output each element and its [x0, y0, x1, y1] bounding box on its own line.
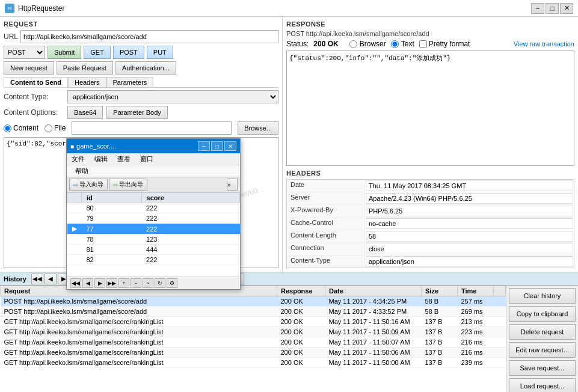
popup-menu-help[interactable]: 帮助 [70, 166, 93, 176]
text-radio-label[interactable]: Text [391, 40, 414, 48]
copy-clipboard-button[interactable]: Copy to clipboard [509, 306, 576, 322]
new-request-button[interactable]: New request [4, 61, 54, 75]
popup-table-row[interactable]: ▶ 77 222 [67, 224, 240, 234]
text-radio[interactable] [391, 40, 399, 48]
edit-raw-button[interactable]: Edit raw request... [509, 342, 576, 358]
popup-col-score: score [141, 193, 239, 203]
popup-nav-delete[interactable]: − [131, 278, 141, 288]
popup-maximize-button[interactable]: □ [211, 141, 223, 151]
history-cell-arrow [494, 307, 506, 317]
pretty-format-checkbox[interactable] [419, 40, 427, 48]
popup-table-container[interactable]: id score 80 222 79 222 ▶ 77 222 78 123 8… [67, 192, 240, 277]
popup-table-row[interactable]: 80 222 [67, 203, 240, 213]
clear-history-button[interactable]: Clear history [509, 288, 576, 304]
export-wizard-button[interactable]: ⇨ 导出向导 [109, 179, 147, 191]
method-dropdown[interactable]: POSTGETPUTDELETE [4, 46, 45, 59]
file-radio[interactable] [45, 124, 52, 132]
header-value-connection[interactable] [366, 243, 573, 254]
minimize-button[interactable]: − [531, 3, 544, 14]
content-radio[interactable] [4, 124, 11, 132]
popup-nav-refresh[interactable]: ↻ [155, 278, 165, 288]
header-value-server[interactable] [366, 193, 573, 204]
popup-table-row[interactable]: 81 444 [67, 245, 240, 255]
submit-button[interactable]: Submit [48, 46, 81, 59]
paste-request-button[interactable]: Paste Request [57, 61, 113, 75]
browser-radio-label[interactable]: Browser [349, 40, 386, 48]
popup-close-button[interactable]: ✕ [224, 141, 236, 151]
delete-request-button[interactable]: Delete request [509, 324, 576, 340]
file-path-input[interactable] [72, 121, 232, 135]
headers-section-label: Headers [286, 170, 574, 177]
get-button[interactable]: GET [84, 46, 111, 59]
url-label: URL [4, 32, 18, 41]
view-raw-link[interactable]: View raw transaction [514, 40, 574, 47]
tab-content-to-send[interactable]: Content to Send [4, 77, 68, 87]
history-right-buttons: Clear history Copy to clipboard Delete r… [506, 286, 578, 392]
popup-menu-file[interactable]: 文件 [67, 153, 90, 165]
put-button[interactable]: PUT [147, 46, 173, 59]
header-value-cache-control[interactable] [366, 218, 573, 229]
history-table-row[interactable]: POST http://api.ikeeko.lsm/smallgame/sco… [1, 307, 506, 317]
browser-radio[interactable] [349, 40, 357, 48]
history-table-row[interactable]: POST http://api.ikeeko.lsm/smallgame/sco… [1, 296, 506, 307]
popup-footer: ◀◀ ◀ ▶ ▶▶ + − ~ ↻ ⚙ [67, 277, 240, 289]
popup-nav-next[interactable]: ▶ [94, 278, 105, 288]
parameter-body-button[interactable]: Parameter Body [106, 106, 167, 119]
app-icon: H [5, 4, 14, 13]
tab-headers[interactable]: Headers [68, 77, 106, 87]
popup-nav-edit[interactable]: ~ [143, 278, 153, 288]
save-request-button[interactable]: Save request... [509, 360, 576, 376]
file-radio-label[interactable]: File [45, 124, 66, 132]
history-cell-request: GET http://api.ikeeko.lsm/smallgame/scor… [1, 358, 277, 368]
authentication-button[interactable]: Authentication... [115, 61, 176, 75]
load-request-button[interactable]: Load request... [509, 378, 576, 392]
popup-cell-score: 222 [141, 255, 239, 265]
header-value-content-length[interactable] [366, 231, 573, 242]
popup-minimize-button[interactable]: − [198, 141, 210, 151]
history-table-row[interactable]: GET http://api.ikeeko.lsm/smallgame/scor… [1, 358, 506, 368]
history-cell-time: 216 ms [458, 337, 494, 348]
history-table-row[interactable]: GET http://api.ikeeko.lsm/smallgame/scor… [1, 327, 506, 337]
popup-table-row[interactable]: 82 222 [67, 255, 240, 265]
popup-nav-prev[interactable]: ◀ [82, 278, 93, 288]
popup-cell-score: 222 [141, 203, 239, 213]
header-value-content-type[interactable] [366, 256, 573, 267]
close-button[interactable]: ✕ [560, 3, 573, 14]
popup-nav-add[interactable]: + [118, 278, 129, 288]
browse-button[interactable]: Browse... [238, 121, 278, 135]
popup-table-row[interactable]: 78 123 [67, 234, 240, 245]
base64-button[interactable]: Base64 [67, 106, 103, 119]
popup-toolbar-extra[interactable]: » [227, 179, 238, 191]
header-key-date: Date [287, 180, 365, 192]
history-cell-date: May 11 2017 - 4:33:52 PM [325, 307, 422, 317]
popup-nav-last[interactable]: ▶▶ [106, 278, 117, 288]
popup-cell-id: 77 [82, 224, 142, 234]
tab-parameters[interactable]: Parameters [106, 77, 154, 87]
header-value-date[interactable] [366, 180, 573, 191]
nav-first-button[interactable]: ◀◀ [31, 274, 43, 284]
popup-menu-view[interactable]: 查看 [112, 153, 135, 165]
popup-nav-settings[interactable]: ⚙ [167, 278, 177, 288]
content-type-select[interactable]: application/json application/x-www-form-… [67, 90, 278, 103]
pretty-format-label[interactable]: Pretty format [419, 40, 470, 48]
popup-menu-edit[interactable]: 编辑 [90, 153, 112, 165]
request-section-header: Request [4, 20, 278, 28]
history-table-row[interactable]: GET http://api.ikeeko.lsm/smallgame/scor… [1, 348, 506, 358]
history-table-row[interactable]: GET http://api.ikeeko.lsm/smallgame/scor… [1, 317, 506, 327]
response-body-textarea[interactable]: {"status":200,"info":"","data":"添加成功"} [286, 51, 574, 166]
maximize-button[interactable]: □ [546, 3, 559, 14]
popup-table-row[interactable]: 79 222 [67, 213, 240, 224]
import-wizard-button[interactable]: ⇨ 导入向导 [69, 179, 108, 191]
content-radio-label[interactable]: Content [4, 124, 38, 132]
url-input[interactable] [20, 30, 278, 43]
history-table-row[interactable]: GET http://api.ikeeko.lsm/smallgame/scor… [1, 337, 506, 348]
popup-controls: − □ ✕ [198, 141, 236, 151]
history-table-container[interactable]: Request Response Date Size Time POST htt… [0, 286, 506, 368]
nav-prev-button[interactable]: ◀ [45, 274, 57, 284]
header-value-x-powered-by[interactable] [366, 206, 573, 216]
popup-menu-window[interactable]: 窗口 [135, 153, 158, 165]
popup-nav-first[interactable]: ◀◀ [70, 278, 81, 288]
history-cell-date: May 11 2017 - 11:50:00 AM [325, 358, 422, 368]
post-button[interactable]: POST [113, 46, 144, 59]
popup-row-indicator [67, 234, 82, 245]
